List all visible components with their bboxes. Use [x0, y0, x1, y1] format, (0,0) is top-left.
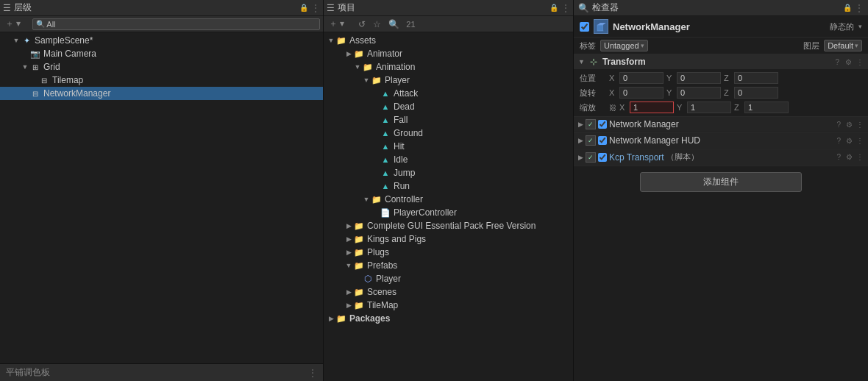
- project-item-hit[interactable]: ▲ Hit: [324, 140, 573, 153]
- project-panel: ☰ 项目 🔒 ⋮ ＋ ▾ ↺ ☆ 🔍 21 ▼ 📁 Assets ▶: [324, 0, 574, 381]
- project-header: ☰ 项目 🔒 ⋮: [324, 0, 573, 16]
- nm-hud-header: ▶ ✓ Network Manager HUD ? ⚙ ⋮: [574, 133, 868, 149]
- nm-hud-triangle[interactable]: ▶: [578, 137, 583, 144]
- scale-z-input[interactable]: [744, 102, 789, 113]
- hierarchy-item-networkmanager[interactable]: ⊟ NetworkManager: [0, 87, 323, 100]
- transform-section: ▼ ⊹ Transform ? ⚙ ⋮ 位置 X Y: [574, 54, 868, 117]
- project-item-jump[interactable]: ▲ Jump: [324, 166, 573, 179]
- transform-name: Transform: [602, 57, 833, 67]
- project-icon: ☰: [327, 3, 335, 13]
- project-item-assets[interactable]: ▼ 📁 Assets: [324, 34, 573, 47]
- nm-hud-more-icon[interactable]: ⋮: [856, 137, 864, 145]
- project-item-ground[interactable]: ▲ Ground: [324, 127, 573, 140]
- scale-x-input[interactable]: [630, 102, 674, 113]
- pos-y-input[interactable]: [677, 72, 721, 84]
- project-item-kingsandpigs[interactable]: ▶ 📁 Kings and Pigs: [324, 232, 573, 246]
- nm-help-icon[interactable]: ?: [836, 121, 841, 129]
- scale-y-input[interactable]: [687, 102, 731, 113]
- player-folder-label: Player: [385, 75, 410, 85]
- hierarchy-item-tilemap[interactable]: ⊟ Tilemap: [0, 74, 323, 87]
- transform-help-icon[interactable]: ?: [835, 58, 839, 66]
- completegui-label: Complete GUI Essential Pack Free Version: [367, 221, 536, 231]
- project-item-packages[interactable]: ▶ 📁 Packages: [324, 312, 573, 325]
- kcp-help-icon[interactable]: ?: [836, 153, 841, 161]
- project-more-icon[interactable]: ⋮: [561, 3, 570, 13]
- tag-value: Untagged: [604, 41, 639, 50]
- project-item-attack[interactable]: ▲ Attack: [324, 87, 573, 100]
- project-item-player-prefab[interactable]: ⬡ Player: [324, 272, 573, 285]
- scale-link-icon[interactable]: ⛓: [609, 104, 616, 112]
- project-add-button[interactable]: ＋ ▾: [327, 17, 346, 31]
- search-bar[interactable]: 🔍: [32, 18, 320, 30]
- nm-checkbox[interactable]: [598, 120, 607, 129]
- project-item-scenes[interactable]: ▶ 📁 Scenes: [324, 285, 573, 299]
- project-item-plugs[interactable]: ▶ 📁 Plugs: [324, 246, 573, 259]
- transform-settings-icon[interactable]: ⚙: [845, 58, 852, 66]
- camera-icon: 📷: [29, 49, 41, 59]
- project-item-completegui[interactable]: ▶ 📁 Complete GUI Essential Pack Free Ver…: [324, 219, 573, 232]
- scenes-label: Scenes: [367, 287, 396, 297]
- transform-more-icon[interactable]: ⋮: [856, 58, 864, 66]
- kcp-more-icon[interactable]: ⋮: [856, 153, 864, 161]
- project-item-controller[interactable]: ▼ 📁 Controller: [324, 193, 573, 206]
- object-active-checkbox[interactable]: [580, 22, 589, 32]
- hierarchy-item-maincamera[interactable]: 📷 Main Camera: [0, 47, 323, 60]
- kcp-triangle[interactable]: ▶: [578, 154, 583, 161]
- folder-icon-packages: 📁: [335, 313, 347, 324]
- project-item-fall[interactable]: ▲ Fall: [324, 113, 573, 127]
- project-item-animation[interactable]: ▼ 📁 Animation: [324, 60, 573, 74]
- nm-enable-toggle[interactable]: ✓: [586, 119, 596, 129]
- nm-hud-help-icon[interactable]: ?: [836, 137, 841, 145]
- nm-hud-check-icon: ✓: [588, 137, 594, 144]
- anim-icon-hit: ▲: [380, 141, 391, 152]
- project-item-idle[interactable]: ▲ Idle: [324, 153, 573, 166]
- add-component-button[interactable]: 添加组件: [640, 172, 802, 192]
- rot-x-input[interactable]: [619, 87, 664, 99]
- kcp-checkbox[interactable]: [598, 153, 607, 162]
- project-item-player-folder[interactable]: ▼ 📁 Player: [324, 74, 573, 87]
- nm-more-icon[interactable]: ⋮: [856, 121, 864, 129]
- project-item-dead[interactable]: ▲ Dead: [324, 100, 573, 113]
- arrow-packages: ▶: [327, 315, 335, 322]
- transform-values: 位置 X Y Z 旋转 X: [574, 69, 868, 116]
- inspector-more-icon[interactable]: ⋮: [855, 3, 864, 13]
- folder-icon-prefabs: 📁: [353, 260, 365, 271]
- svg-rect-0: [597, 25, 603, 31]
- bottom-more-icon[interactable]: ⋮: [308, 368, 317, 378]
- layer-dropdown[interactable]: Default ▾: [824, 40, 862, 51]
- nm-hud-settings-icon[interactable]: ⚙: [846, 137, 853, 145]
- search-input[interactable]: [46, 20, 316, 29]
- kcp-enable-toggle[interactable]: ✓: [586, 152, 596, 163]
- arrow-animator: ▶: [344, 50, 353, 57]
- project-star-btn[interactable]: ☆: [371, 18, 383, 30]
- project-item-tilemap-folder[interactable]: ▶ 📁 TileMap: [324, 299, 573, 312]
- kcp-settings-icon[interactable]: ⚙: [846, 153, 853, 161]
- project-item-playercontroller[interactable]: 📄 PlayerController: [324, 206, 573, 219]
- hierarchy-item-samplescene[interactable]: ▼ ✦ SampleScene*: [0, 34, 323, 47]
- rot-z-input[interactable]: [734, 87, 778, 99]
- arrow-scenes: ▶: [344, 288, 353, 296]
- arrow-assets: ▼: [327, 37, 335, 44]
- project-item-animator[interactable]: ▶ 📁 Animator: [324, 47, 573, 60]
- anim-icon-dead: ▲: [380, 102, 391, 112]
- add-button[interactable]: ＋ ▾: [3, 17, 23, 31]
- nm-settings-icon[interactable]: ⚙: [846, 121, 853, 129]
- nm-triangle[interactable]: ▶: [578, 121, 583, 128]
- anim-icon-run: ▲: [380, 181, 391, 191]
- pos-x-input[interactable]: [619, 72, 664, 84]
- pos-z-input[interactable]: [734, 72, 778, 84]
- hierarchy-bottom: 平铺调色板 ⋮: [0, 363, 323, 381]
- transform-header[interactable]: ▼ ⊹ Transform ? ⚙ ⋮: [574, 54, 868, 69]
- static-dropdown-arrow[interactable]: ▾: [858, 23, 862, 30]
- rot-y-input[interactable]: [677, 87, 721, 99]
- nm-hud-enable-toggle[interactable]: ✓: [586, 135, 596, 146]
- project-search2-btn[interactable]: 🔍: [386, 18, 402, 30]
- pos-z-label: Z: [724, 74, 731, 82]
- hierarchy-more-icon[interactable]: ⋮: [311, 3, 320, 13]
- project-item-run[interactable]: ▲ Run: [324, 179, 573, 193]
- hierarchy-item-grid[interactable]: ▼ ⊞ Grid: [0, 60, 323, 74]
- project-item-prefabs[interactable]: ▼ 📁 Prefabs: [324, 259, 573, 272]
- tag-dropdown[interactable]: Untagged ▾: [600, 40, 648, 51]
- project-refresh-btn[interactable]: ↺: [356, 18, 368, 30]
- nm-hud-checkbox[interactable]: [598, 136, 607, 145]
